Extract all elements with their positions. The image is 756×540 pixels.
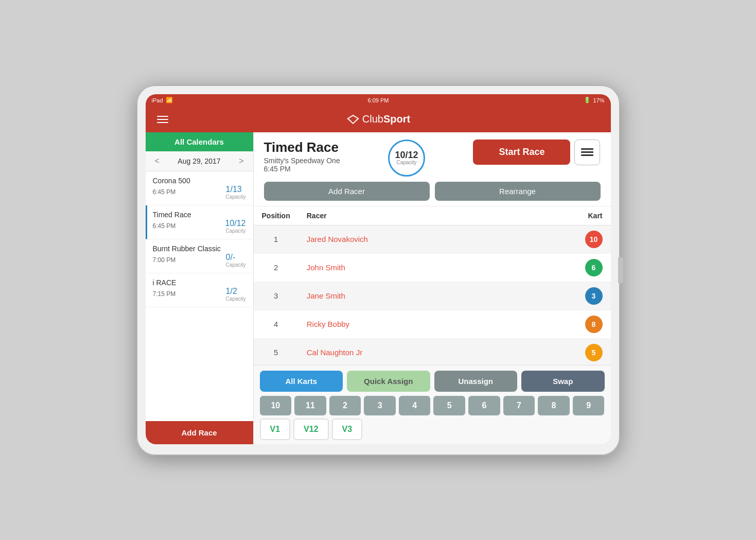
race-item-name: i RACE <box>153 278 246 287</box>
sidebar: All Calendars < Aug 29, 2017 > Corona 50… <box>146 132 254 444</box>
kart-cell: 10 <box>516 225 610 253</box>
table-row[interactable]: 2 John Smith 6 <box>254 253 611 282</box>
kart-virtual-button[interactable]: V3 <box>332 419 363 440</box>
race-menu-button[interactable] <box>574 140 600 165</box>
race-item-row: 7:00 PM 0/- Capacity <box>153 253 246 268</box>
next-date-button[interactable]: > <box>236 155 247 167</box>
kart-cell: 6 <box>516 253 610 282</box>
race-item-time: 7:15 PM <box>153 290 176 298</box>
capacity-max: 12 <box>408 150 418 160</box>
quick-assign-button[interactable]: Quick Assign <box>347 371 430 392</box>
kart-number-button[interactable]: 5 <box>433 396 465 415</box>
kart-number-button[interactable]: 10 <box>260 396 292 415</box>
status-bar: iPad 📶 6:09 PM 🔋 17% <box>146 94 611 107</box>
racer-name: Cal Naughton Jr <box>298 338 516 365</box>
race-list-item[interactable]: Corona 500 6:45 PM 1/13 Capacity <box>146 171 253 205</box>
race-list: Corona 500 6:45 PM 1/13 Capacity Timed R… <box>146 171 253 421</box>
hamburger-line <box>157 119 168 120</box>
kart-number-button[interactable]: 6 <box>468 396 500 415</box>
start-race-button[interactable]: Start Race <box>473 140 570 165</box>
racer-name: Jane Smith <box>298 282 516 310</box>
position-cell: 4 <box>254 310 298 338</box>
race-list-item[interactable]: i RACE 7:15 PM 1/2 Capacity <box>146 273 253 307</box>
race-item-row: 6:45 PM 1/13 Capacity <box>153 185 246 200</box>
main-content: All Calendars < Aug 29, 2017 > Corona 50… <box>146 132 611 444</box>
menu-line <box>581 148 593 150</box>
battery-percent: 17% <box>593 97 604 103</box>
racer-table: Position Racer Kart 1 Jared Novakovich 1… <box>254 206 611 365</box>
kart-number-button[interactable]: 3 <box>364 396 396 415</box>
position-header: Position <box>254 206 298 225</box>
kart-number-button[interactable]: 8 <box>538 396 570 415</box>
kart-number-button[interactable]: 11 <box>294 396 326 415</box>
right-panel: Timed Race Smitty's Speedway One 6:45 PM… <box>254 132 611 444</box>
table-row[interactable]: 3 Jane Smith 3 <box>254 282 611 310</box>
status-left: iPad 📶 <box>152 97 173 103</box>
racer-name: John Smith <box>298 253 516 282</box>
kart-number-button[interactable]: 4 <box>399 396 431 415</box>
race-item-name: Timed Race <box>153 211 246 219</box>
kart-header: Kart <box>516 206 610 225</box>
kart-badge: 6 <box>585 259 603 276</box>
race-item-capacity: 10/12 Capacity <box>225 219 245 234</box>
current-date: Aug 29, 2017 <box>178 157 220 165</box>
kart-badge: 8 <box>585 316 603 333</box>
capacity-current: 10 <box>395 150 406 160</box>
hamburger-line <box>157 122 168 123</box>
kart-badge: 3 <box>585 287 603 305</box>
kart-cell: 3 <box>516 282 610 310</box>
wifi-icon: 📶 <box>166 97 173 103</box>
racer-name: Ricky Bobby <box>298 310 516 338</box>
table-row[interactable]: 4 Ricky Bobby 8 <box>254 310 611 338</box>
race-item-capacity: 1/13 Capacity <box>226 185 246 200</box>
race-item-row: 7:15 PM 1/2 Capacity <box>153 287 246 302</box>
add-race-button[interactable]: Add Race <box>146 421 253 444</box>
app-logo: ClubSport <box>346 113 410 125</box>
nav-bar: ClubSport <box>146 107 611 132</box>
table-row[interactable]: 1 Jared Novakovich 10 <box>254 225 611 253</box>
all-calendars-button[interactable]: All Calendars <box>146 132 253 151</box>
position-cell: 3 <box>254 282 298 310</box>
table-header: Position Racer Kart <box>254 206 611 225</box>
kart-number-button[interactable]: 7 <box>503 396 535 415</box>
clock: 6:09 PM <box>368 97 389 103</box>
kart-number-button[interactable]: 2 <box>329 396 361 415</box>
race-item-row: 6:45 PM 10/12 Capacity <box>153 219 246 234</box>
kart-badge: 10 <box>585 231 603 248</box>
prev-date-button[interactable]: < <box>152 155 163 167</box>
capacity-circle: 10/12 Capacity <box>388 140 425 177</box>
race-time: 6:45 PM <box>264 165 340 173</box>
ipad-label: iPad <box>152 97 163 103</box>
hamburger-button[interactable] <box>154 113 171 126</box>
race-item-capacity: 1/2 Capacity <box>226 287 246 302</box>
kart-number-button[interactable]: 9 <box>573 396 605 415</box>
race-list-item[interactable]: Burnt Rubber Classic 7:00 PM 0/- Capacit… <box>146 239 253 273</box>
unassign-button[interactable]: Unassign <box>434 371 518 392</box>
kart-virtual-button[interactable]: V1 <box>260 419 291 440</box>
menu-line <box>581 151 593 153</box>
table-row[interactable]: 5 Cal Naughton Jr 5 <box>254 338 611 365</box>
position-cell: 1 <box>254 225 298 253</box>
race-item-time: 6:45 PM <box>153 188 176 196</box>
race-item-time: 7:00 PM <box>153 256 176 264</box>
racer-table-container: Position Racer Kart 1 Jared Novakovich 1… <box>254 206 611 365</box>
all-karts-button[interactable]: All Karts <box>260 371 343 392</box>
race-list-item[interactable]: Timed Race 6:45 PM 10/12 Capacity <box>146 205 253 239</box>
kart-number-row: 101123456789 <box>260 396 605 415</box>
kart-badge: 5 <box>585 344 603 361</box>
racer-table-body: 1 Jared Novakovich 10 2 John Smith 6 3 J… <box>254 225 611 365</box>
date-nav: < Aug 29, 2017 > <box>146 151 253 171</box>
race-item-name: Corona 500 <box>153 177 246 185</box>
swap-button[interactable]: Swap <box>521 371 605 392</box>
kart-virtual-button[interactable]: V12 <box>293 419 328 440</box>
racer-header: Racer <box>298 206 516 225</box>
rearrange-button[interactable]: Rearrange <box>435 182 601 201</box>
add-racer-button[interactable]: Add Racer <box>264 182 430 201</box>
capacity-label: Capacity <box>397 160 417 165</box>
logo-text: ClubSport <box>362 113 410 125</box>
battery-icon: 🔋 <box>584 97 591 103</box>
race-item-time: 6:45 PM <box>153 222 176 230</box>
race-title-block: Timed Race Smitty's Speedway One 6:45 PM <box>264 140 340 173</box>
status-right: 🔋 17% <box>584 97 604 103</box>
bottom-toolbar: All Karts Quick Assign Unassign Swap 101… <box>254 365 611 444</box>
